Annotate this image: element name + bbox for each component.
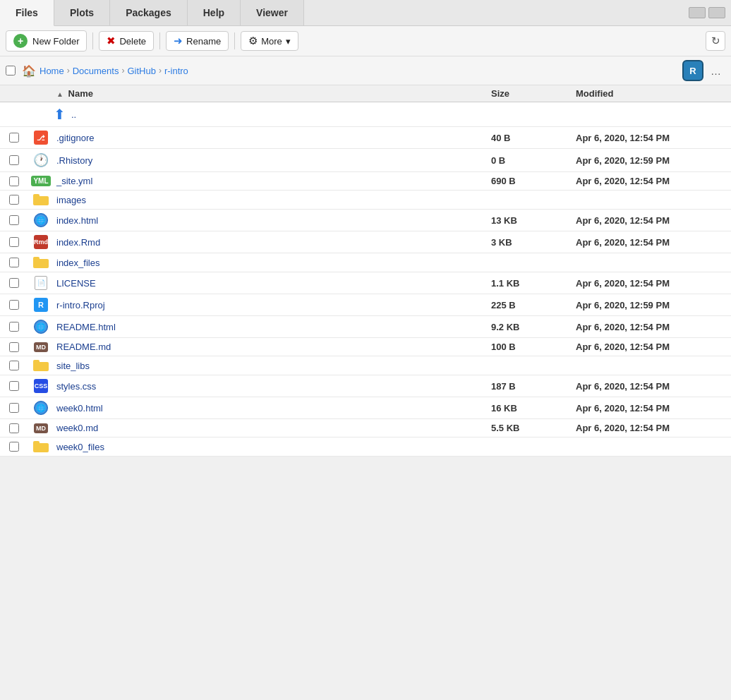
- breadcrumb-github[interactable]: GitHub: [127, 66, 155, 76]
- file-select-checkbox[interactable]: [9, 195, 19, 205]
- list-item: index_files: [0, 253, 731, 272]
- refresh-button[interactable]: ↻: [706, 31, 725, 51]
- refresh-icon: ↻: [711, 35, 720, 47]
- folder-icon: [33, 360, 49, 371]
- md-icon: MD: [34, 423, 48, 433]
- file-select-checkbox[interactable]: [9, 300, 19, 310]
- file-select-checkbox[interactable]: [9, 423, 19, 433]
- file-modified: Apr 6, 2020, 12:59 PM: [576, 155, 731, 166]
- file-select-checkbox[interactable]: [9, 176, 19, 186]
- file-name[interactable]: site_libs: [54, 361, 491, 371]
- file-icon-col: 📄: [28, 276, 54, 290]
- file-select-checkbox[interactable]: [9, 322, 19, 332]
- file-name[interactable]: index.html: [54, 215, 491, 226]
- file-icon-col: YML: [28, 176, 54, 186]
- list-item: 🕐 .Rhistory 0 B Apr 6, 2020, 12:59 PM: [0, 149, 731, 172]
- r-project-button[interactable]: R: [682, 60, 703, 81]
- file-select-checkbox[interactable]: [9, 155, 19, 165]
- file-select-checkbox[interactable]: [9, 278, 19, 288]
- rename-icon: ➜: [174, 35, 183, 47]
- rename-button[interactable]: ➜ Rename: [166, 31, 229, 51]
- file-size: 225 B: [491, 300, 576, 310]
- folder-icon: [33, 441, 49, 452]
- file-size: 3 KB: [491, 237, 576, 248]
- html-globe-icon: 🌐: [34, 320, 48, 334]
- file-name[interactable]: images: [54, 195, 491, 205]
- more-label: More: [261, 36, 282, 47]
- tab-packages[interactable]: Packages: [110, 0, 188, 25]
- file-size: 13 KB: [491, 215, 576, 226]
- file-select-checkbox[interactable]: [9, 403, 19, 413]
- file-name[interactable]: README.md: [54, 342, 491, 352]
- file-icon-col: MD: [28, 342, 54, 352]
- file-name[interactable]: .Rhistory: [54, 155, 491, 166]
- header-name[interactable]: ▲ Name: [54, 88, 491, 99]
- file-modified: Apr 6, 2020, 12:54 PM: [576, 322, 731, 332]
- file-name[interactable]: styles.css: [54, 381, 491, 392]
- row-checkbox-col: [0, 195, 28, 205]
- file-select-checkbox[interactable]: [9, 342, 19, 352]
- rmd-icon: Rmd: [34, 235, 48, 249]
- row-checkbox-col: [0, 278, 28, 288]
- file-name[interactable]: LICENSE: [54, 278, 491, 289]
- file-icon-col: ⎇: [28, 131, 54, 145]
- breadcrumb-current[interactable]: r-intro: [164, 66, 188, 76]
- row-checkbox-col: [0, 381, 28, 391]
- file-name[interactable]: .gitignore: [54, 133, 491, 143]
- file-name[interactable]: index_files: [54, 258, 491, 268]
- row-checkbox-col: [0, 155, 28, 165]
- breadcrumb-home[interactable]: Home: [40, 66, 64, 76]
- file-name[interactable]: week0.md: [54, 423, 491, 433]
- minimize-button[interactable]: [689, 7, 706, 18]
- tab-help[interactable]: Help: [188, 0, 241, 25]
- file-select-checkbox[interactable]: [9, 361, 19, 370]
- file-name[interactable]: index.Rmd: [54, 237, 491, 248]
- file-modified: Apr 6, 2020, 12:54 PM: [576, 237, 731, 248]
- file-name[interactable]: _site.yml: [54, 176, 491, 186]
- maximize-button[interactable]: [708, 7, 725, 18]
- tab-bar: Files Plots Packages Help Viewer: [0, 0, 731, 26]
- file-modified: Apr 6, 2020, 12:54 PM: [576, 215, 731, 226]
- file-name[interactable]: README.html: [54, 322, 491, 332]
- file-list: ⬆ .. ⎇ .gitignore 40 B Apr 6, 2020, 12:5…: [0, 102, 731, 457]
- breadcrumb-documents[interactable]: Documents: [73, 66, 119, 76]
- tab-viewer[interactable]: Viewer: [241, 0, 304, 25]
- file-size: 5.5 KB: [491, 423, 576, 433]
- delete-button[interactable]: ✖ Delete: [99, 31, 154, 51]
- parent-directory-link[interactable]: ..: [71, 109, 76, 120]
- list-item: site_libs: [0, 356, 731, 375]
- more-button[interactable]: ⚙ More ▾: [241, 31, 298, 51]
- file-select-checkbox[interactable]: [9, 133, 19, 143]
- file-modified: Apr 6, 2020, 12:59 PM: [576, 300, 731, 310]
- new-folder-button[interactable]: + New Folder: [6, 30, 87, 52]
- file-icon-col: [28, 257, 54, 268]
- file-name[interactable]: r-intro.Rproj: [54, 300, 491, 310]
- breadcrumb-more-button[interactable]: …: [706, 64, 725, 78]
- file-select-checkbox[interactable]: [9, 381, 19, 391]
- breadcrumb-sep-1: ›: [67, 66, 70, 76]
- yml-icon: YML: [31, 176, 50, 186]
- list-item: 🌐 week0.html 16 KB Apr 6, 2020, 12:54 PM: [0, 397, 731, 419]
- file-modified: Apr 6, 2020, 12:54 PM: [576, 381, 731, 392]
- header-modified[interactable]: Modified: [576, 88, 731, 99]
- list-item: 📄 LICENSE 1.1 KB Apr 6, 2020, 12:54 PM: [0, 272, 731, 294]
- file-name[interactable]: week0.html: [54, 403, 491, 414]
- row-checkbox-col: [0, 176, 28, 186]
- tab-plots[interactable]: Plots: [54, 0, 110, 25]
- file-size: 187 B: [491, 381, 576, 392]
- file-icon-col: 🌐: [28, 213, 54, 227]
- delete-icon: ✖: [107, 35, 116, 47]
- select-all-checkbox[interactable]: [6, 66, 16, 76]
- file-select-checkbox[interactable]: [9, 237, 19, 247]
- window-controls: [689, 0, 731, 25]
- header-size[interactable]: Size: [491, 88, 576, 99]
- file-select-checkbox[interactable]: [9, 215, 19, 225]
- list-item: 🌐 index.html 13 KB Apr 6, 2020, 12:54 PM: [0, 210, 731, 231]
- file-select-checkbox[interactable]: [9, 442, 19, 452]
- toolbar-sep-2: [159, 32, 160, 49]
- file-select-checkbox[interactable]: [9, 258, 19, 267]
- file-name[interactable]: week0_files: [54, 442, 491, 452]
- tab-files[interactable]: Files: [0, 0, 54, 26]
- folder-icon: [33, 257, 49, 268]
- toolbar: + New Folder ✖ Delete ➜ Rename ⚙ More ▾ …: [0, 26, 731, 56]
